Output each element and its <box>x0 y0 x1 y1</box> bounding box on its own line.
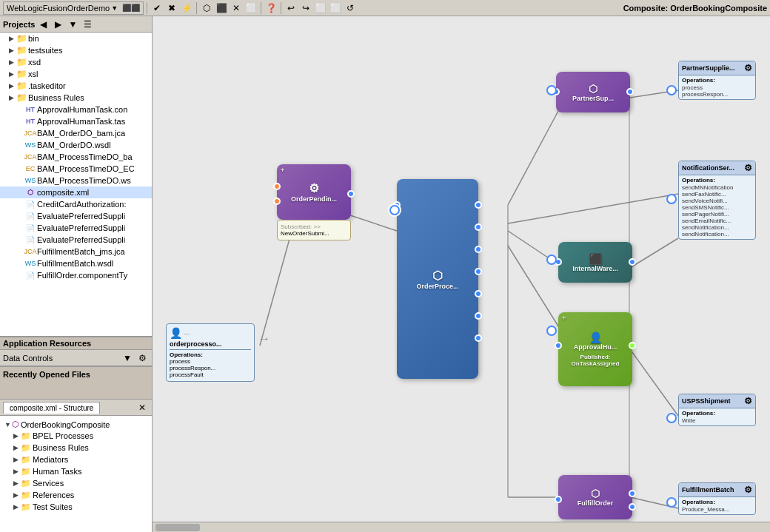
file-icon: HT <box>25 104 36 115</box>
struct-item-root[interactable]: ▼ ⬡ OrderBookingComposite <box>3 419 149 430</box>
struct-label-services: Services <box>33 479 64 488</box>
struct-item-references[interactable]: ▶ 📁 References <box>3 489 149 501</box>
tree-item-eval1[interactable]: 📄 EvaluatePreferredSuppli <box>0 210 152 222</box>
node-icon-approval: 👤 <box>589 331 602 343</box>
tree-item-taskeditor[interactable]: ▶ 📁 .taskeditor <box>0 80 152 92</box>
tree-item-bam4[interactable]: EC BAM_ProcessTimeDO_EC <box>0 163 152 175</box>
structure-tab[interactable]: composite.xml - Structure <box>3 402 100 414</box>
toolbar-x-btn[interactable]: ✖ <box>165 1 178 15</box>
struct-item-human-tasks[interactable]: ▶ 📁 Human Tasks <box>3 465 149 477</box>
tree-item-fulfillorder[interactable]: 📄 FulfillOrder.componentTy <box>0 269 152 281</box>
tree-item-bam5[interactable]: WS BAM_ProcessTimeDO.ws <box>0 175 152 186</box>
tree-item-approval-task-1[interactable]: HT ApprovalHumanTask.con <box>0 104 152 115</box>
toolbar-help-btn[interactable]: ❓ <box>264 1 278 15</box>
projects-back-btn[interactable]: ◀ <box>36 18 50 31</box>
notification-settings-icon[interactable]: ⚙ <box>744 163 752 173</box>
structure-close-btn[interactable]: ✕ <box>135 401 149 414</box>
tree-item-bin[interactable]: ▶ 📁 bin <box>0 33 152 44</box>
toolbar-btn-8[interactable]: ⬜ <box>329 1 342 15</box>
fulfillment-settings-icon[interactable]: ⚙ <box>744 485 752 495</box>
order-pending-label: OrderPendin... <box>291 195 337 203</box>
app-title-text: WebLogicFusionOrderDemo <box>7 4 110 13</box>
expand-arrow: ▶ <box>9 35 16 42</box>
order-process-node[interactable]: ⬡ OrderProce... <box>397 179 478 379</box>
toolbar-redo-btn[interactable]: ↪ <box>299 1 312 15</box>
scroll-thumb[interactable] <box>155 524 200 531</box>
published-label: Published: <box>580 354 611 360</box>
subscribed-value: NewOrderSubmi... <box>281 230 347 237</box>
toolbar-btn-6[interactable]: ⬜ <box>244 1 258 15</box>
recently-opened-label: Recently Opened Files <box>3 370 149 379</box>
toolbar-btn-7[interactable]: ⬜ <box>314 1 327 15</box>
toolbar-debug-btn[interactable]: ⚡ <box>180 1 193 15</box>
tree-item-eval2[interactable]: 📄 EvaluatePreferredSuppli <box>0 222 152 234</box>
partner-supplier-settings-icon[interactable]: ⚙ <box>744 63 752 73</box>
subscribed-label: Subscribed: >> <box>281 223 347 230</box>
partner-sup-node[interactable]: ⬡ PartnerSup... <box>556 72 630 112</box>
tree-item-business-rules[interactable]: ▶ 📁 Business Rules <box>0 92 152 104</box>
fulfill-order-node[interactable]: ⬡ FulfillOrder <box>558 475 632 519</box>
tree-item-approval-task-2[interactable]: HT ApprovalHumanTask.tas <box>0 115 152 127</box>
tree-item-eval3[interactable]: 📄 EvaluatePreferredSuppli <box>0 234 152 246</box>
usps-settings-icon[interactable]: ⚙ <box>744 396 752 406</box>
subscribed-box: Subscribed: >> NewOrderSubmi... <box>277 220 351 240</box>
expand-arrow: ▶ <box>9 94 16 101</box>
window-controls[interactable]: ⬛⬛ <box>122 4 140 12</box>
file-icon: WS <box>25 258 36 269</box>
toolbar-undo-btn[interactable]: ↩ <box>284 1 298 15</box>
struct-item-mediators[interactable]: ▶ 📁 Mediators <box>3 454 149 465</box>
app-title[interactable]: WebLogicFusionOrderDemo ▼ ⬛⬛ <box>3 1 144 15</box>
expand-arrow: ▶ <box>13 456 21 463</box>
tree-item-xsd[interactable]: ▶ 📁 xsd <box>0 56 152 68</box>
tree-item-testsuites[interactable]: ▶ 📁 testsuites <box>0 44 152 56</box>
notif-op4: sendSMSNotific... <box>682 204 752 211</box>
dropdown-arrow-icon[interactable]: ▼ <box>111 4 118 12</box>
node-icon-person: 👤 <box>170 327 182 339</box>
approval-hu-node[interactable]: + 👤 ApprovalHu... Published: OnTaskAssig… <box>558 312 632 386</box>
internal-ware-node[interactable]: ⬛ InternalWare... <box>558 242 632 283</box>
orderprocesso-detail[interactable]: 👤 — orderprocesso... Operations: process… <box>166 323 255 382</box>
notification-ser-card[interactable]: NotificationSer... ⚙ Operations: sendMNN… <box>678 161 756 240</box>
canvas[interactable]: 👤 — orderprocesso... Operations: process… <box>153 16 770 532</box>
projects-tree[interactable]: ▶ 📁 bin ▶ 📁 testsuites ▶ 📁 xsd ▶ 📁 xsl ▶ <box>0 33 152 337</box>
struct-item-br[interactable]: ▶ 📁 Business Rules <box>3 442 149 454</box>
usps-shipment-card[interactable]: USPSShipment ⚙ Operations: Write <box>678 394 756 426</box>
xml-icon: ⬡ <box>25 187 36 198</box>
projects-filter-btn[interactable]: ▼ <box>66 18 79 31</box>
fulfillment-batch-card[interactable]: FulfillmentBatch ⚙ Operations: Produce_M… <box>678 482 756 515</box>
partner-supplier-op1: process <box>682 84 752 91</box>
tree-item-composite[interactable]: ⬡ composite.xml <box>0 186 152 198</box>
tree-label: ApprovalHumanTask.tas <box>37 117 125 126</box>
tree-item-bam1[interactable]: JCA BAM_OrderDO_bam.jca <box>0 127 152 139</box>
struct-label-references: References <box>33 491 74 499</box>
toolbar-btn-3[interactable]: ⬡ <box>200 1 213 15</box>
order-pending-node[interactable]: + ⚙ OrderPendin... <box>277 164 351 220</box>
connector-arrow: → <box>258 332 270 346</box>
tree-item-bam3[interactable]: JCA BAM_ProcessTimeDO_ba <box>0 151 152 163</box>
toolbar-btn-5[interactable]: ✕ <box>230 1 243 15</box>
data-controls-filter-btn[interactable]: ▼ <box>121 351 134 365</box>
folder-icon: 📁 <box>16 81 27 91</box>
tree-label-bin: bin <box>28 34 39 43</box>
tree-item-bam2[interactable]: WS BAM_OrderDO.wsdl <box>0 139 152 151</box>
projects-fwd-btn[interactable]: ▶ <box>51 18 64 31</box>
toolbar-btn-4[interactable]: ⬛ <box>215 1 228 15</box>
partner-supplier-card[interactable]: PartnerSupplie... ⚙ Operations: process … <box>678 61 756 100</box>
toolbar-check-btn[interactable]: ✔ <box>150 1 164 15</box>
tree-item-xsl[interactable]: ▶ 📁 xsl <box>0 68 152 80</box>
tree-item-fulfill-jca[interactable]: JCA FulfillmentBatch_jms.jca <box>0 246 152 257</box>
toolbar-refresh-btn[interactable]: ↺ <box>344 1 357 15</box>
application-resources-header[interactable]: Application Resources <box>0 337 152 350</box>
notif-op7: sendNotification... <box>682 224 752 231</box>
struct-item-services[interactable]: ▶ 📁 Services <box>3 477 149 489</box>
h-scrollbar[interactable] <box>153 522 770 532</box>
struct-item-bpel[interactable]: ▶ 📁 BPEL Processes <box>3 430 149 442</box>
data-controls-settings-btn[interactable]: ⚙ <box>135 351 149 365</box>
struct-item-test-suites[interactable]: ▶ 📁 Test Suites <box>3 501 149 513</box>
projects-menu-btn[interactable]: ☰ <box>81 18 94 31</box>
tree-label: EvaluatePreferredSuppli <box>37 212 125 220</box>
tree-item-fulfill-wsdl[interactable]: WS FulfillmentBatch.wsdl <box>0 257 152 269</box>
toolbar-separator-2 <box>196 2 197 14</box>
tree-item-credit[interactable]: 📄 CreditCardAuthorization: <box>0 198 152 210</box>
file-icon: JCA <box>25 246 36 257</box>
